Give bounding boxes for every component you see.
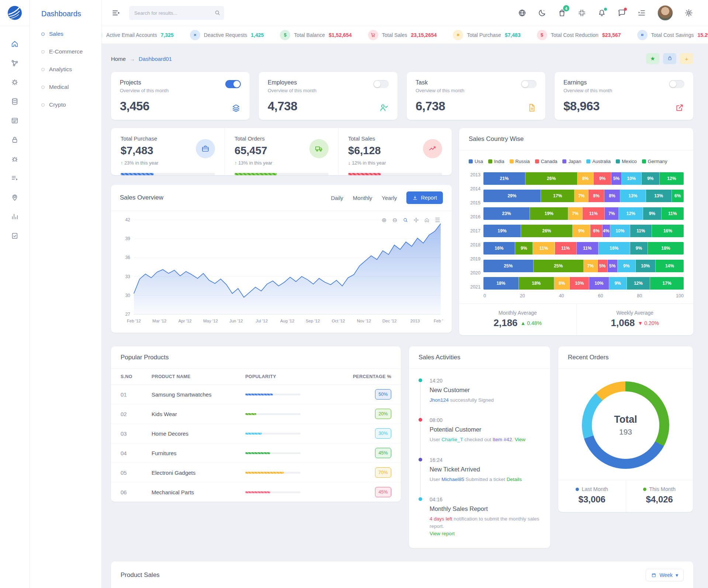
bar-segment-canada[interactable]: 5% [598,260,608,272]
bar-segment-japan[interactable]: 5% [608,260,618,272]
bar-segment-usa[interactable]: 23% [483,207,530,220]
bar-segment-russia[interactable]: 7% [568,207,582,220]
bar-segment-russia[interactable]: 7% [584,260,598,272]
quick-action-lock-button[interactable] [663,53,676,64]
rail-item-list-arrow[interactable] [7,169,23,188]
bar-segment-canada[interactable]: 11% [583,207,605,220]
bar-segment-australia[interactable]: 10% [622,172,642,185]
tab-yearly[interactable]: Yearly [382,195,397,201]
bar-segment-australia[interactable]: 9% [609,277,627,290]
reset-zoom-icon[interactable] [424,217,430,223]
bar-segment-germany[interactable]: 18% [648,242,684,255]
tab-monthly[interactable]: Monthly [353,195,372,201]
bar-segment-canada[interactable]: 10% [570,277,589,290]
bar-segment-india[interactable]: 17% [541,190,575,202]
globe-icon[interactable] [518,8,527,17]
bar-segment-japan[interactable]: 4% [603,225,611,237]
bar-segment-usa[interactable]: 21% [483,172,525,185]
bar-segment-canada[interactable]: 9% [594,172,612,185]
bar-segment-india[interactable]: 9% [515,242,533,255]
legend-item-australia[interactable]: Australia [586,159,611,164]
legend-item-mexico[interactable]: Mexico [616,159,637,164]
employees-toggle[interactable] [373,80,389,88]
bar-segment-germany[interactable]: 6% [672,190,684,202]
search-icon[interactable] [214,10,221,16]
legend-item-india[interactable]: India [488,159,504,164]
zoom-in-icon[interactable]: ⊕ [381,217,387,223]
projects-toggle[interactable] [225,80,241,88]
quick-action-plus-button[interactable]: + [680,53,693,64]
shopping-bag-icon[interactable]: 4 [558,8,566,17]
bar-segment-russia[interactable]: 7% [575,190,589,202]
rail-item-clipboard-check[interactable] [7,226,23,245]
bar-segment-japan[interactable]: 7% [605,207,619,220]
bar-segment-australia[interactable]: 10% [610,225,630,237]
sidebar-item-medical[interactable]: Medical [41,84,101,90]
list-indent-icon[interactable] [637,8,646,17]
bar-segment-mexico[interactable]: 9% [642,172,660,185]
rail-item-bar-chart[interactable] [7,207,23,226]
breadcrumb-home-link[interactable]: Home [111,56,126,62]
bar-segment-india[interactable]: 26% [521,225,573,237]
rail-item-database[interactable] [7,92,23,111]
bar-segment-russia[interactable]: 11% [533,242,555,255]
bar-segment-mexico[interactable]: 10% [636,260,656,272]
bar-segment-mexico[interactable]: 13% [646,190,672,202]
bar-segment-india[interactable]: 19% [530,207,568,220]
compress-icon[interactable] [577,8,586,17]
pan-icon[interactable] [413,217,419,223]
user-avatar[interactable] [657,5,673,21]
sidebar-item-crypto[interactable]: Crypto [41,101,101,108]
selection-zoom-icon[interactable] [402,217,409,223]
bar-segment-japan[interactable]: 8% [604,190,620,202]
bar-segment-mexico[interactable]: 9% [630,242,648,255]
legend-item-usa[interactable]: Usa [469,159,483,164]
sidebar-item-sales[interactable]: Sales [41,31,101,37]
bar-segment-usa[interactable]: 19% [483,225,521,237]
sidebar-item-e-commerce[interactable]: E-Commerce [41,48,101,55]
quick-action-star-button[interactable]: ★ [646,53,659,64]
bar-segment-germany[interactable]: 12% [660,172,684,185]
rail-item-virus[interactable] [7,73,23,92]
rail-item-bug[interactable] [7,149,23,169]
chart-menu-icon[interactable]: ☰ [434,217,441,223]
search-input[interactable] [129,10,224,16]
rail-item-form[interactable] [7,111,23,130]
bar-segment-india[interactable]: 18% [519,277,554,290]
bar-segment-canada[interactable]: 8% [589,190,604,202]
bar-segment-canada[interactable]: 11% [555,242,577,255]
bell-icon[interactable] [597,8,606,17]
rail-item-share-nodes[interactable] [7,53,23,73]
legend-item-russia[interactable]: Russia [510,159,530,164]
breadcrumb-current-link[interactable]: Dashboard01 [139,56,172,62]
bar-segment-germany[interactable]: 11% [662,207,684,220]
bar-segment-canada[interactable]: 6% [590,225,602,237]
bar-segment-mexico[interactable]: 9% [643,207,661,220]
rail-item-home[interactable] [7,34,23,53]
chat-icon[interactable] [617,8,626,17]
legend-item-japan[interactable]: Japan [562,159,581,164]
bar-segment-usa[interactable]: 29% [483,190,541,202]
bar-segment-mexico[interactable]: 11% [630,225,652,237]
rail-item-lock[interactable] [7,130,23,149]
bar-segment-russia[interactable]: 9% [573,225,590,237]
task-toggle[interactable] [521,80,537,88]
bar-segment-usa[interactable]: 25% [483,260,534,272]
menu-toggle-icon[interactable] [111,8,121,18]
bar-segment-australia[interactable]: 16% [598,242,630,255]
legend-item-germany[interactable]: Germany [642,159,667,164]
rail-item-map-pin[interactable] [7,188,23,207]
bar-segment-russia[interactable]: 8% [577,172,593,185]
bar-segment-india[interactable]: 26% [525,172,577,185]
tab-daily[interactable]: Daily [331,195,343,201]
activity-link[interactable]: View report [430,531,455,536]
bar-segment-russia[interactable]: 8% [554,277,570,290]
activity-link[interactable]: Details [507,477,522,482]
bar-segment-usa[interactable]: 16% [483,242,515,255]
zoom-out-icon[interactable]: ⊖ [392,217,398,223]
bar-segment-germany[interactable]: 14% [656,260,684,272]
bar-segment-australia[interactable]: 13% [620,190,646,202]
bar-segment-australia[interactable]: 9% [618,260,636,272]
gear-icon[interactable] [684,8,693,17]
sidebar-item-analytics[interactable]: Analytics [41,66,101,73]
